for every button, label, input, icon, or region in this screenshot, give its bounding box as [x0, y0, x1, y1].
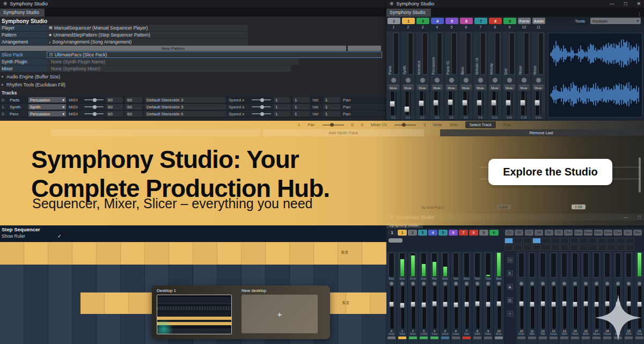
fader-handle[interactable]: [583, 301, 588, 306]
channel-chip[interactable]: Addn: [532, 18, 545, 24]
track-type-select[interactable]: Percussion▾: [28, 111, 66, 116]
volume-fader[interactable]: [516, 287, 526, 328]
channel-chip[interactable]: 0: [469, 230, 478, 236]
fader-handle[interactable]: [496, 301, 501, 306]
volume-fader[interactable]: [429, 287, 440, 328]
value-box[interactable]: 1: [274, 104, 290, 109]
volume-fader[interactable]: [440, 287, 450, 328]
field-value[interactable]: None (Synth Plugin Name): [47, 58, 299, 65]
slice-cell[interactable]: [542, 238, 551, 244]
slice-cell[interactable]: [589, 238, 597, 244]
channel-chip[interactable]: Form: [518, 18, 531, 24]
pan-knob[interactable]: [605, 281, 610, 286]
mute-button[interactable]: Mute: [431, 85, 443, 90]
slice-pad-button[interactable]: Rim: [633, 230, 642, 236]
channel-chip[interactable]: 1: [387, 230, 397, 236]
pan-knob[interactable]: [540, 281, 545, 286]
slice-pad-button[interactable]: Clap: [613, 230, 622, 236]
pan-knob[interactable]: [405, 77, 411, 83]
collapsible-section[interactable]: ▸ Rhythm Tools (Euclidean Fill): [0, 80, 386, 89]
mute-button[interactable]: Mute: [504, 85, 515, 90]
fader-handle[interactable]: [477, 100, 482, 106]
value-box[interactable]: 60: [126, 111, 142, 116]
value-box[interactable]: 1: [324, 104, 340, 109]
fader-handle[interactable]: [389, 302, 394, 307]
fader-handle[interactable]: [562, 301, 567, 306]
channel-chip[interactable]: 1: [398, 230, 407, 236]
fader-handle[interactable]: [475, 301, 480, 306]
pan-knob[interactable]: [562, 281, 567, 286]
fader-handle[interactable]: [411, 302, 415, 307]
volume-fader[interactable]: [548, 287, 559, 328]
channel-chip[interactable]: 5: [438, 230, 448, 236]
channel-chip[interactable]: 3: [408, 230, 417, 236]
pan-knob[interactable]: [411, 281, 415, 286]
pan-knob[interactable]: [464, 281, 469, 286]
volume-fader[interactable]: [397, 287, 407, 328]
pan-knob[interactable]: [434, 77, 440, 83]
field-value[interactable]: ◈ UnnamedStepPattern (Step Sequencer Pat…: [47, 32, 248, 38]
channel-chip[interactable]: 5: [445, 18, 458, 24]
pan-knob[interactable]: [507, 77, 513, 83]
channel-color-chip[interactable]: [484, 336, 492, 339]
volume-fader[interactable]: [401, 92, 415, 115]
pan-knob[interactable]: [420, 77, 426, 83]
channel-color-chip[interactable]: [582, 336, 590, 339]
slice-pad-button[interactable]: Snr: [624, 230, 632, 236]
track-row[interactable]: 2. Perc Percussion▾ MIDI 60 60 Default S…: [0, 111, 386, 118]
tool-icon[interactable]: ◉: [507, 284, 513, 290]
slice-cell[interactable]: [570, 245, 579, 251]
value-box[interactable]: 1: [324, 111, 340, 116]
value-box[interactable]: 60: [126, 97, 142, 103]
channel-chip[interactable]: 6: [460, 18, 473, 24]
slice-cell[interactable]: [542, 245, 551, 251]
time-chip[interactable]: 1:06: [572, 204, 586, 209]
stereo-output-box[interactable]: Default StereoIdx 0: [145, 111, 226, 116]
tool-icon[interactable]: ⇅: [507, 270, 513, 276]
pan-knob[interactable]: [551, 281, 556, 286]
menu-icon[interactable]: ⋮: [637, 11, 644, 17]
value-box[interactable]: 1: [293, 111, 310, 116]
channel-color-chip[interactable]: [571, 336, 579, 339]
channel-color-chip[interactable]: [528, 336, 536, 339]
slice-cell[interactable]: [551, 245, 560, 251]
fader-handle[interactable]: [506, 100, 511, 106]
channel-chip[interactable]: 0: [479, 230, 488, 236]
channel-chip[interactable]: 0: [449, 230, 458, 236]
fader-handle[interactable]: [551, 302, 556, 307]
pan-knob[interactable]: [432, 281, 437, 286]
slice-cell[interactable]: [560, 238, 569, 244]
fader-handle[interactable]: [404, 106, 409, 112]
fader-handle[interactable]: [462, 100, 467, 106]
fader-handle[interactable]: [421, 302, 426, 308]
fader-handle[interactable]: [520, 100, 525, 106]
volume-fader[interactable]: [451, 287, 461, 328]
slice-pad-button[interactable]: D3: [545, 230, 553, 236]
volume-fader[interactable]: [538, 287, 548, 328]
pan-knob[interactable]: [478, 77, 484, 83]
volume-fader[interactable]: [494, 287, 504, 328]
fader-handle[interactable]: [443, 302, 448, 307]
stereo-output-box[interactable]: Default StereoIdx 3: [145, 104, 226, 109]
slice-cell[interactable]: [523, 245, 532, 251]
pan-knob[interactable]: [443, 281, 448, 286]
volume-fader[interactable]: [488, 92, 502, 115]
pan-knob[interactable]: [637, 281, 642, 286]
field-value[interactable]: ♪ SongArrangement (Song Arrangement): [47, 39, 248, 45]
pan-knob[interactable]: [536, 77, 541, 83]
volume-slider[interactable]: [84, 106, 104, 107]
volume-fader[interactable]: [502, 92, 516, 115]
slice-cell[interactable]: [617, 238, 625, 244]
remove-last-button[interactable]: Remove Last: [440, 129, 642, 136]
pan-knob[interactable]: [421, 281, 426, 286]
slice-cell[interactable]: [626, 238, 634, 244]
pan-slider[interactable]: [323, 125, 344, 126]
mute-button[interactable]: Mute: [417, 85, 428, 90]
slice-pad-button[interactable]: Tom: [564, 230, 573, 236]
value-box[interactable]: 60: [106, 104, 123, 109]
ghost-scrollbar[interactable]: [639, 157, 641, 193]
slice-pad-button[interactable]: D#: [535, 230, 543, 236]
pan-knob[interactable]: [389, 281, 394, 286]
track-row[interactable]: 1. Synth Synth▾ MIDI 60 60 Default Stere…: [0, 104, 386, 111]
pan-knob[interactable]: [496, 281, 501, 286]
